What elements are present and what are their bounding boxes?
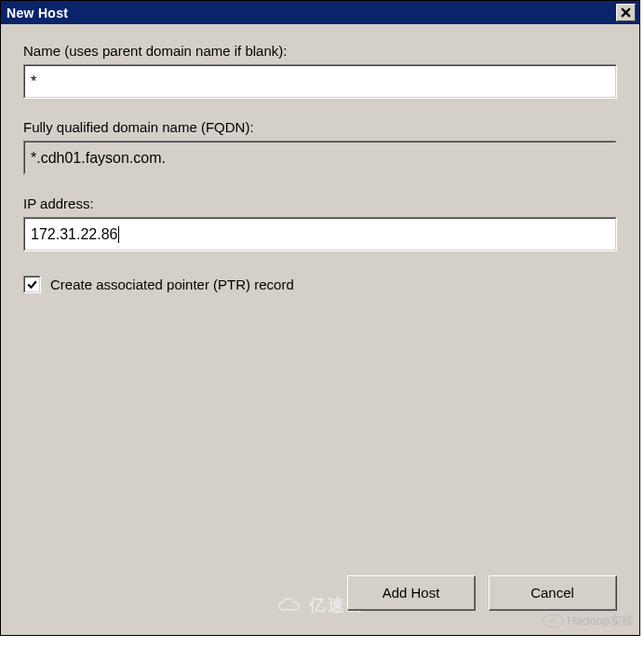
fqdn-input-wrap: *.cdh01.fayson.com. [23,141,617,175]
fqdn-value: *.cdh01.fayson.com. [31,150,166,167]
name-label: Name (uses parent domain name if blank): [23,43,617,59]
add-host-button[interactable]: Add Host [347,575,476,611]
dialog-window: New Host Name (uses parent domain name i… [0,0,640,636]
titlebar: New Host [1,1,639,24]
ip-input-wrap: 172.31.22.86 [23,217,617,251]
ptr-checkbox-label[interactable]: Create associated pointer (PTR) record [50,277,294,292]
ip-field-group: IP address: 172.31.22.86 [23,196,617,251]
text-caret [118,226,119,243]
window-title: New Host [7,6,68,20]
name-field-group: Name (uses parent domain name if blank):… [23,43,617,99]
add-host-label: Add Host [348,576,475,610]
close-button[interactable] [616,4,636,21]
fqdn-field-group: Fully qualified domain name (FQDN): *.cd… [23,119,617,175]
cancel-button[interactable]: Cancel [489,575,617,611]
ip-value: 172.31.22.86 [31,226,117,243]
close-icon [621,7,631,18]
ip-label: IP address: [23,196,617,211]
ptr-checkbox-inner [24,277,40,292]
fqdn-display: *.cdh01.fayson.com. [24,142,616,174]
check-icon [26,278,38,290]
dialog-content: Name (uses parent domain name if blank):… [1,24,639,575]
name-input[interactable]: * [24,65,616,98]
cancel-label: Cancel [490,576,616,610]
ptr-checkbox[interactable] [23,276,41,293]
ptr-checkbox-row: Create associated pointer (PTR) record [23,276,617,293]
name-input-wrap: * [23,64,617,99]
button-row: Add Host Cancel [1,575,639,635]
ip-input[interactable]: 172.31.22.86 [24,218,616,250]
name-value: * [31,74,36,90]
fqdn-label: Fully qualified domain name (FQDN): [23,119,617,135]
